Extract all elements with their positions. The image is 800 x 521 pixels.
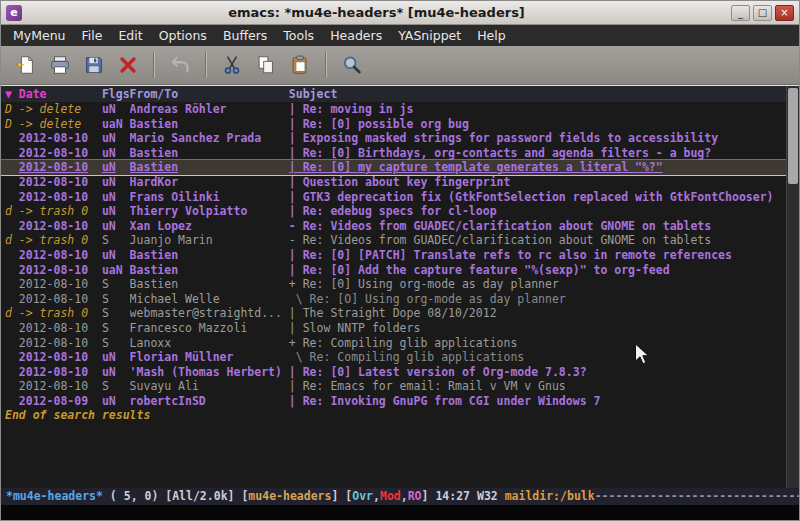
emacs-icon: e: [6, 5, 22, 21]
message-row[interactable]: d-> trash 0SJuanjo Marin- Re: Videos fro…: [1, 233, 799, 248]
menu-item-help[interactable]: Help: [469, 26, 514, 45]
menu-bar: MyMenuFileEditOptionsBuffersToolsHeaders…: [1, 25, 799, 46]
mode-line-segment: *mu4e-headers*: [6, 489, 103, 503]
menu-item-headers[interactable]: Headers: [322, 26, 390, 45]
mode-line-segment: ----------------------------------------…: [595, 489, 799, 503]
column-header-from[interactable]: From/To: [130, 86, 289, 102]
toolbar-separator: [325, 52, 327, 78]
message-row[interactable]: 2012-08-10uNHardKor| Question about key …: [1, 175, 799, 190]
message-row[interactable]: 2012-08-10SMichael Welle \ Re: [O] Using…: [1, 292, 799, 307]
cut-icon[interactable]: [217, 50, 247, 80]
message-row[interactable]: 2012-08-10SLanoxx+ Re: Compiling glib ap…: [1, 336, 799, 351]
message-row[interactable]: 2012-08-10uNMario Sanchez Prada| Exposin…: [1, 131, 799, 146]
undo-icon: [165, 50, 195, 80]
mode-line-segment: RO: [408, 489, 422, 503]
message-row-current[interactable]: 2012-08-10uNBastien| Re: [0] my capture …: [1, 160, 799, 175]
menu-item-file[interactable]: File: [74, 26, 111, 45]
emacs-window: e emacs: *mu4e-headers* [mu4e-headers] _…: [0, 0, 800, 521]
mode-line-segment: ,: [373, 489, 380, 503]
print-icon[interactable]: [45, 50, 75, 80]
end-of-results-text: End of search results: [1, 408, 799, 423]
menu-item-options[interactable]: Options: [151, 26, 215, 45]
toolbar-separator: [153, 52, 155, 78]
message-row[interactable]: d-> trash 0uNThierry Volpiatto| Re: edeb…: [1, 204, 799, 219]
mode-line-segment: ,: [401, 489, 408, 503]
message-row[interactable]: D-> deleteuNAndreas Röhler| Re: moving i…: [1, 102, 799, 117]
message-row[interactable]: 2012-08-09uNrobertcInSD| Re: Invoking Gn…: [1, 394, 799, 409]
vertical-scrollbar[interactable]: [786, 86, 799, 488]
window-title: emacs: *mu4e-headers* [mu4e-headers]: [22, 5, 731, 20]
close-buffer-icon[interactable]: [113, 50, 143, 80]
echo-area: [1, 505, 799, 520]
message-row[interactable]: 2012-08-10uNBastien| Re: [0] Birthdays, …: [1, 146, 799, 161]
copy-icon[interactable]: [251, 50, 281, 80]
mode-line-segment: [All/2.0k]: [165, 489, 241, 503]
maximize-window-icon[interactable]: □: [753, 5, 772, 21]
minimize-window-icon[interactable]: _: [731, 5, 750, 21]
title-bar: e emacs: *mu4e-headers* [mu4e-headers] _…: [1, 1, 799, 25]
mode-line: *mu4e-headers* ( 5, 0) [All/2.0k] [mu4e-…: [1, 488, 799, 505]
column-header-subject[interactable]: Subject: [289, 86, 799, 102]
mode-line-segment: mu4e-headers: [248, 489, 331, 503]
message-list: D-> deleteuNAndreas Röhler| Re: moving i…: [1, 102, 799, 408]
menu-item-yasnippet[interactable]: YASnippet: [390, 26, 469, 45]
mode-line-segment: Mod: [380, 489, 401, 503]
close-window-icon[interactable]: ×: [775, 5, 794, 21]
message-row[interactable]: 2012-08-10SFrancesco Mazzoli| Slow NNTP …: [1, 321, 799, 336]
message-row[interactable]: D-> deleteuaNBastien| Re: [0] possible o…: [1, 117, 799, 132]
message-row[interactable]: 2012-08-10uNXan Lopez- Re: Videos from G…: [1, 219, 799, 234]
paste-icon[interactable]: [285, 50, 315, 80]
sort-indicator-icon[interactable]: ▼: [5, 86, 19, 102]
headers-header-line[interactable]: ▼ Date Flgs From/To Subject: [1, 86, 799, 102]
toolbar-separator: [205, 52, 207, 78]
mode-line-segment: Ovr: [352, 489, 373, 503]
message-row[interactable]: 2012-08-10uNBastien| Re: [0] [PATCH] Tra…: [1, 248, 799, 263]
menu-item-tools[interactable]: Tools: [275, 26, 322, 45]
message-row[interactable]: 2012-08-10uN'Mash (Thomas Herbert)| Re: …: [1, 365, 799, 380]
message-row[interactable]: 2012-08-10uNFrans Oilinki| GTK3 deprecat…: [1, 190, 799, 205]
mode-line-segment: W32: [477, 489, 505, 503]
save-icon[interactable]: [79, 50, 109, 80]
buffer-area: ▼ Date Flgs From/To Subject D-> deleteuN…: [1, 85, 799, 520]
message-row[interactable]: 2012-08-10uNFlorian Müllner \ Re: Compil…: [1, 350, 799, 365]
column-header-date[interactable]: Date: [19, 86, 102, 102]
message-row[interactable]: 2012-08-10SBastien+ Re: [0] Using org-mo…: [1, 277, 799, 292]
window-buttons: _□×: [731, 5, 794, 21]
message-row[interactable]: 2012-08-10uaNBastien| Re: [0] Add the ca…: [1, 263, 799, 278]
message-row[interactable]: 2012-08-10SSuvayu Ali| Re: Emacs for ema…: [1, 379, 799, 394]
scrollbar-thumb[interactable]: [788, 88, 798, 184]
menu-item-buffers[interactable]: Buffers: [215, 26, 275, 45]
mode-line-segment: ]: [331, 489, 345, 503]
message-row[interactable]: d-> trash 0Swebmaster@straightd...| The …: [1, 306, 799, 321]
column-header-flags[interactable]: Flgs: [102, 86, 130, 102]
tool-bar: [1, 46, 799, 85]
mode-line-segment: maildir:/bulk: [505, 489, 595, 503]
menu-item-edit[interactable]: Edit: [110, 26, 150, 45]
menu-item-mymenu[interactable]: MyMenu: [5, 26, 74, 45]
search-icon[interactable]: [337, 50, 367, 80]
mode-line-segment: ]: [422, 489, 436, 503]
mode-line-segment: ( 5, 0): [103, 489, 165, 503]
new-file-icon[interactable]: [11, 50, 41, 80]
mode-line-segment: 14:27: [435, 489, 477, 503]
